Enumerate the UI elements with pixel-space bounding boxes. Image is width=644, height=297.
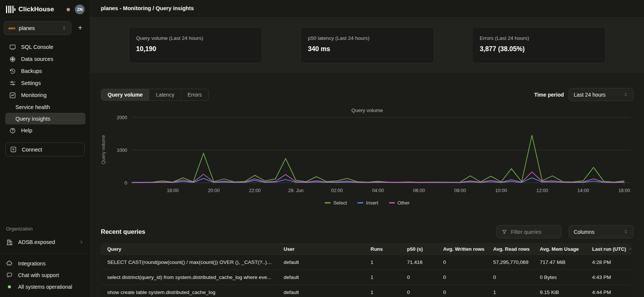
sliders-icon-slot [9,80,16,87]
stat-value: 10,190 [136,45,255,53]
plus-icon: + [78,24,82,32]
svg-text:28. Jun: 28. Jun [288,188,304,193]
cell-avg-read-rows: 0 [487,274,533,280]
sidebar-item-label: Query insights [15,116,50,122]
tab-latency[interactable]: Latency [149,89,181,100]
column-header-label: Query [107,246,122,252]
sidebar-item-settings[interactable]: Settings [5,77,85,89]
legend-swatch [357,202,363,203]
sidebar-item-help[interactable]: Help [5,124,85,136]
terminal-icon-slot [9,44,16,51]
cell-last-run-utc: 4:44 PM [586,289,631,295]
filter-queries-box[interactable] [497,225,561,238]
cell-last-run-utc: 4:28 PM [586,259,631,265]
column-header-last-run-utc[interactable]: Last run (UTC) [586,246,631,252]
columns-select[interactable]: Columns [569,225,633,238]
sidebar-item-monitoring[interactable]: Monitoring [5,89,85,101]
sidebar-item-sql-console[interactable]: SQL Console [5,41,85,53]
svg-text:12:00: 12:00 [536,188,548,193]
service-selector[interactable]: aws planes [4,21,71,35]
table-row[interactable]: select distrinct(query_id) from system.d… [101,270,631,285]
connect-icon-slot [10,146,17,153]
column-header-avg-mem-usage[interactable]: Avg. Mem Usage [533,246,586,252]
sidebar-footer-chat-with-support[interactable]: Chat with support [0,269,90,281]
terminal-icon [9,44,16,51]
organization-row[interactable]: ADSB.exposed [0,236,90,248]
column-header-avg-written-rows[interactable]: Avg. Written rows [437,246,487,252]
sidebar-footer-integrations[interactable]: Integrations [0,258,90,269]
footer-item-label: Chat with support [18,272,59,278]
backup-clock-icon [9,68,16,75]
chevron-right-slot [79,239,84,245]
cell-last-run-utc: 4:43 PM [586,274,631,280]
time-period-select[interactable]: Last 24 hours [569,88,633,101]
sliders-icon [9,80,16,87]
sidebar-item-label: Help [21,127,32,133]
sidebar: ClickHouse ZN aws planes + SQL ConsoleDa… [0,0,90,297]
svg-text:1000: 1000 [117,148,127,153]
notification-dot [67,8,70,11]
sidebar-item-label: Monitoring [21,92,47,98]
cell-query: SELECT CAST(round(pow(count() / max(coun… [101,259,277,265]
stat-value: 3,877 (38.05%) [480,45,598,53]
chart-svg: 01000200018:0020:0022:0028. Jun02:0004:0… [108,115,633,197]
columns-chevrons-slot [623,229,629,235]
svg-text:18:00: 18:00 [167,188,178,193]
sidebar-item-label: Service health [15,104,50,110]
cell-avg-read-rows: 57,295,770,069 [487,259,533,265]
tab-errors[interactable]: Errors [181,89,208,100]
sidebar-item-data-sources[interactable]: Data sources [5,53,85,65]
sidebar-item-service-health[interactable]: Service health [5,101,85,113]
svg-text:2000: 2000 [117,115,127,120]
sidebar-item-backups[interactable]: Backups [5,65,85,77]
table-header-row: QueryUserRunsp50 (s)Avg. Written rowsAvg… [101,243,631,255]
brand-name: ClickHouse [18,6,54,13]
updown-chevrons-icon [623,229,629,235]
sidebar-nav: SQL ConsoleData sourcesBackupsSettingsMo… [0,36,90,136]
updown-chevrons-icon [61,25,67,31]
cell-avg-mem-usage: 0 Bytes [533,274,586,280]
footer-item-label: Integrations [18,261,46,267]
cell-p50-s: 71.416 [401,259,437,265]
column-header-user[interactable]: User [277,246,364,252]
building-icon [6,239,13,246]
svg-text:16:00: 16:00 [618,188,630,193]
stat-label: p50 latency (Last 24 hours) [308,35,427,41]
chat-icon [6,272,13,279]
sort-asc-icon [628,247,631,252]
legend-item-insert[interactable]: Insert [357,200,378,206]
time-period-label: Time period [534,92,564,98]
sidebar-footer-all-systems-operational[interactable]: All systems operational [0,281,90,292]
cell-avg-read-rows: 1 [487,289,533,295]
funnel-icon-slot [501,229,507,235]
avatar[interactable]: ZN [75,5,85,14]
recent-queries-table: QueryUserRunsp50 (s)Avg. Written rowsAvg… [101,243,631,297]
add-service-button[interactable]: + [75,23,85,33]
connect-button[interactable]: Connect [5,142,85,156]
table-row[interactable]: SELECT CAST(round(pow(count() / max(coun… [101,255,631,270]
data-sources-icon-slot [9,56,16,63]
cell-runs: 1 [364,289,401,295]
legend-item-select[interactable]: Select [325,200,347,206]
legend-item-other[interactable]: Other [389,200,410,206]
cell-avg-written-rows: 0 [437,289,487,295]
column-header-p50-s[interactable]: p50 (s) [401,246,437,252]
legend-swatch [389,202,395,203]
column-header-runs[interactable]: Runs [364,246,401,252]
monitoring-chart-icon-slot [9,92,16,99]
stat-label: Errors (Last 24 hours) [480,35,598,41]
column-header-avg-read-rows[interactable]: Avg. Read rows [487,246,533,252]
tab-query-volume[interactable]: Query volume [101,89,149,100]
filter-queries-input[interactable] [511,229,552,235]
cell-query: select distrinct(query_id) from system.d… [101,274,277,280]
cell-user: default [277,274,364,280]
cell-avg-written-rows: 0 [437,274,487,280]
help-icon [9,127,16,134]
table-row[interactable]: show create table system.distributed_cac… [101,285,631,297]
column-header-query[interactable]: Query [101,246,277,252]
sidebar-item-query-insights[interactable]: Query insights [5,113,85,124]
content: Query volumeLatencyErrors Time period La… [90,74,644,297]
recent-queries-title: Recent queries [101,228,145,235]
column-header-label: Last run (UTC) [592,246,626,252]
svg-text:10:00: 10:00 [495,188,507,193]
